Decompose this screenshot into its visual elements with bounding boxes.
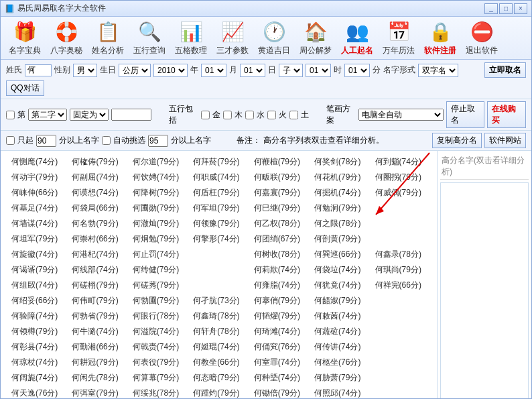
name-cell[interactable] [371, 201, 430, 215]
name-cell[interactable]: 何磋莠(79分) [129, 278, 188, 292]
hour-select[interactable]: 01 [306, 64, 331, 77]
name-cell[interactable]: 何韬燿(79分) [250, 309, 309, 323]
toolbar-10[interactable]: 🔒软件注册 [421, 19, 459, 56]
qq-button[interactable]: QQ对话 [6, 80, 44, 96]
char-pos-select[interactable]: 第二字 [28, 109, 67, 121]
name-cell[interactable]: 何耕冠(79分) [68, 355, 127, 369]
site-button[interactable]: 软件网站 [484, 133, 526, 148]
name-cell[interactable]: 何榷俦(79分) [68, 155, 127, 169]
name-cell[interactable]: 何传讲(74分) [310, 340, 369, 354]
cb-tu[interactable] [289, 111, 298, 119]
name-cell[interactable] [189, 247, 248, 262]
name-cell[interactable]: 何炯勉(79分) [129, 232, 188, 246]
name-grid[interactable]: 何恻麾(74分)何榷俦(79分)何尔道(79分)何拜菸(79分)何鞭楦(79分)… [1, 151, 438, 399]
name-cell[interactable]: 何算幕(79分) [129, 371, 188, 385]
zi-select[interactable]: 子 [279, 64, 303, 77]
name-cell[interactable]: 何圃勋(79分) [129, 201, 188, 215]
name-cell[interactable]: 何谟想(74分) [68, 186, 127, 200]
name-cell[interactable]: 何花机(79分) [310, 170, 369, 184]
name-cell[interactable]: 何职威(74分) [189, 170, 248, 184]
name-cell[interactable]: 何领樽(79分) [7, 325, 66, 339]
name-cell[interactable]: 何验障(74分) [7, 309, 66, 323]
minimize-button[interactable]: _ [484, 3, 498, 14]
name-cell[interactable]: 何勉洞(79分) [310, 201, 369, 215]
bihua-select[interactable]: 电脑全自动 [358, 109, 444, 121]
name-cell[interactable]: 何雍脂(74分) [250, 278, 309, 292]
name-cell[interactable]: 何踵灼(79分) [189, 386, 248, 399]
name-cell[interactable]: 何闲先(78分) [68, 371, 127, 385]
name-cell[interactable]: 何眼行(78分) [129, 309, 188, 323]
name-cell[interactable]: 何崃伸(66分) [7, 186, 66, 200]
name-cell[interactable]: 何巽巡(66分) [310, 247, 369, 262]
buy-button[interactable]: 在线购买 [487, 101, 526, 128]
name-cell[interactable]: 何搴俏(79分) [250, 294, 309, 308]
name-cell[interactable]: 何鞭楦(79分) [250, 155, 309, 169]
name-cell[interactable]: 何袋局(66分) [68, 201, 127, 215]
name-cell[interactable]: 何胁萧(79分) [310, 371, 369, 385]
name-cell[interactable] [371, 325, 430, 339]
name-cell[interactable] [189, 263, 248, 277]
name-cell[interactable]: 何教坐(66分) [189, 355, 248, 369]
toolbar-8[interactable]: 👥人工起名 [338, 19, 376, 56]
name-cell[interactable]: 何绍妥(66分) [7, 294, 66, 308]
name-cell[interactable]: 何勃省(79分) [68, 309, 127, 323]
name-cell[interactable]: 何树收(78分) [250, 247, 309, 262]
name-cell[interactable]: 何组臤(74分) [7, 278, 66, 292]
name-cell[interactable]: 何鑫琦(78分) [189, 309, 248, 323]
name-cell[interactable]: 何尔道(79分) [129, 155, 188, 169]
name-cell[interactable]: 何剖黄(79分) [310, 232, 369, 246]
name-cell[interactable]: 何崇村(66分) [68, 232, 127, 246]
name-cell[interactable]: 何俑䆒(76分) [250, 340, 309, 354]
close-button[interactable]: × [514, 3, 527, 14]
toolbar-5[interactable]: 📈三才参数 [214, 19, 251, 56]
cb-only[interactable] [6, 136, 15, 145]
side-listbox[interactable] [440, 182, 529, 399]
name-cell[interactable]: 何勃圃(79分) [129, 294, 188, 308]
name-cell[interactable]: 何领豫(79分) [189, 217, 248, 231]
name-cell[interactable]: 何龉溆(79分) [310, 294, 369, 308]
cb-mu[interactable] [223, 111, 232, 119]
name-cell[interactable]: 何溢院(74分) [129, 325, 188, 339]
name-cell[interactable] [371, 371, 430, 385]
name-cell[interactable]: 何娗琨(74分) [189, 340, 248, 354]
name-cell[interactable] [371, 232, 430, 246]
name-cell[interactable]: 何敕茜(74分) [310, 309, 369, 323]
name-cell[interactable]: 何柩坐(76分) [310, 355, 369, 369]
name-cell[interactable]: 何琦滩(74分) [250, 325, 309, 339]
score1-input[interactable] [36, 135, 56, 147]
name-cell[interactable]: 何盾枉(79分) [189, 186, 248, 200]
name-cell[interactable]: 何种塈(74分) [250, 371, 309, 385]
name-cell[interactable] [371, 217, 430, 231]
name-cell[interactable]: 何畈联(79分) [250, 170, 309, 184]
name-cell[interactable]: 何澈灿(79分) [129, 217, 188, 231]
month-select[interactable]: 01 [201, 64, 226, 77]
toolbar-4[interactable]: 📊五格数理 [172, 19, 210, 56]
score2-input[interactable] [148, 135, 168, 147]
name-cell[interactable]: 何动宇(79分) [7, 170, 66, 184]
toolbar-7[interactable]: 🏠周公解梦 [297, 19, 334, 56]
name-cell[interactable]: 何港杞(74分) [68, 247, 127, 262]
toolbar-0[interactable]: 🎁名字宝典 [6, 19, 44, 56]
name-cell[interactable]: 何拜菸(79分) [189, 155, 248, 169]
name-cell[interactable]: 何巳继(79分) [250, 201, 309, 215]
name-cell[interactable]: 何团绡(67分) [250, 232, 309, 246]
name-cell[interactable]: 何名勃(79分) [68, 217, 127, 231]
surname-input[interactable] [25, 64, 52, 76]
name-cell[interactable]: 何弭室(79分) [68, 386, 127, 399]
name-cell[interactable]: 何擎形(74分) [189, 232, 248, 246]
name-cell[interactable]: 何轩舟(78分) [189, 325, 248, 339]
name-cell[interactable]: 何伟町(79分) [68, 294, 127, 308]
name-cell[interactable]: 何琼杖(74分) [7, 355, 66, 369]
name-cell[interactable]: 何嘉寰(79分) [250, 186, 309, 200]
cb-shui[interactable] [245, 111, 254, 119]
name-cell[interactable]: 何戟赍(74分) [129, 340, 188, 354]
name-cell[interactable]: 何牛潞(74分) [68, 325, 127, 339]
name-cell[interactable]: 何表役(79分) [129, 355, 188, 369]
name-cell[interactable]: 何莉欺(74分) [250, 263, 309, 277]
name-cell[interactable] [371, 294, 430, 308]
name-cell[interactable]: 何祥完(66分) [371, 278, 430, 292]
name-cell[interactable]: 何犹竟(74分) [310, 278, 369, 292]
name-cell[interactable]: 何圈拐(79分) [371, 170, 430, 184]
name-cell[interactable]: 何琪尚(79分) [371, 263, 430, 277]
name-cell[interactable]: 何绥兆(78分) [129, 386, 188, 399]
